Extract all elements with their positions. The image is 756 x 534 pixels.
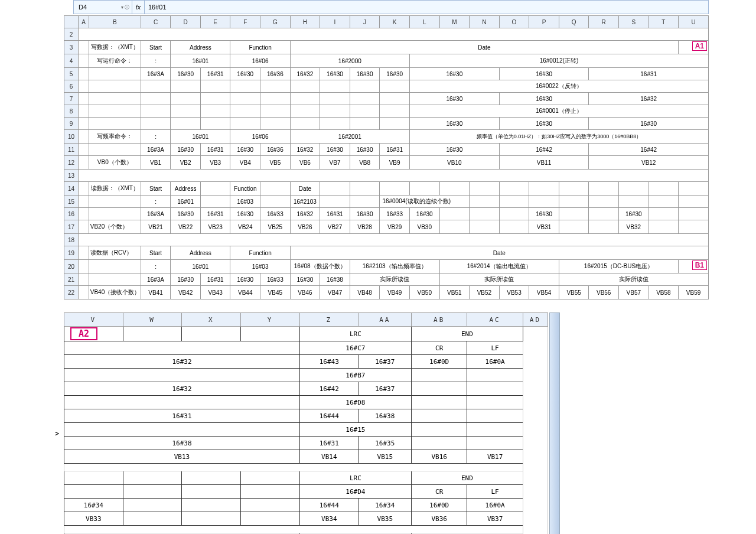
table-row: 3 写数据：（XMT）Start AddressFunction Date	[64, 41, 709, 54]
spreadsheet-bottom[interactable]: VWXYZAAABACAD A2 LRCEND 16#C7CRLF 16#321…	[64, 312, 548, 534]
formula-value[interactable]: 16#01	[145, 4, 167, 11]
vertical-scrollbar[interactable]	[549, 312, 560, 534]
spreadsheet-top[interactable]: ABCDEFGHIJKLMNOPQRSTU 2 3 写数据：（XMT）Start…	[64, 15, 709, 299]
annotation-a2: A2	[70, 327, 97, 340]
fx-icon[interactable]: fx	[132, 1, 145, 14]
cell-reference: D4	[79, 4, 87, 11]
arrow-icon: >	[55, 429, 59, 438]
chevron-down-icon[interactable]: ▾ ⓘ	[121, 4, 129, 11]
annotation-a1	[679, 41, 709, 54]
column-header-row: ABCDEFGHIJKLMNOPQRSTU	[64, 16, 709, 28]
formula-bar: D4 ▾ ⓘ fx 16#01	[73, 0, 709, 14]
select-all-cell[interactable]	[64, 16, 79, 28]
annotation-b1	[679, 260, 709, 273]
cell-reference-box[interactable]: D4 ▾ ⓘ	[74, 1, 132, 14]
column-header-row: VWXYZAAABACAD	[64, 313, 548, 327]
